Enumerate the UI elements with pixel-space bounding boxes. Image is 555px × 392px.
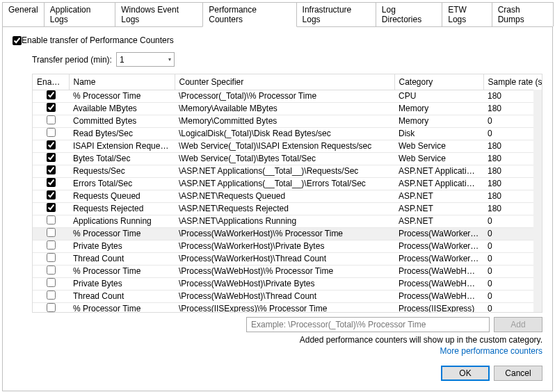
row-category: ASP.NET Applications	[394, 165, 483, 177]
column-header-category[interactable]: Category	[394, 74, 483, 90]
table-row[interactable]: Read Bytes/Sec\LogicalDisk(_Total)\Disk …	[33, 127, 542, 140]
row-enabled-checkbox[interactable]	[47, 115, 56, 124]
table-row[interactable]: ISAPI Extension Requests/...\Web Service…	[33, 140, 542, 152]
table-row[interactable]: % Processor Time\Processor(_Total)\% Pro…	[33, 90, 542, 102]
tab-infrastructure-logs[interactable]: Infrastructure Logs	[296, 2, 376, 26]
row-name: Requests/Sec	[69, 165, 175, 177]
row-spec: \Web Service(_Total)\ISAPI Extension Req…	[175, 140, 394, 152]
column-header-rate[interactable]: Sample rate (sec)	[483, 74, 542, 90]
table-row[interactable]: Requests Queued\ASP.NET\Requests QueuedA…	[33, 190, 542, 202]
table-row[interactable]: Errors Total/Sec\ASP.NET Applications(__…	[33, 177, 542, 190]
row-spec: \Memory\Committed Bytes	[175, 115, 394, 127]
table-row[interactable]: Requests/Sec\ASP.NET Applications(__Tota…	[33, 165, 542, 177]
row-spec: \ASP.NET Applications(__Total__)\Errors …	[175, 177, 394, 190]
row-name: % Processor Time	[69, 302, 175, 312]
counter-specifier-input[interactable]: Example: \Processor(_Total)\% Processor …	[246, 317, 490, 332]
table-row[interactable]: % Processor Time\Process(WaWebHost)\% Pr…	[33, 265, 542, 277]
row-name: % Processor Time	[69, 227, 175, 240]
row-spec: \Process(WaWorkerHost)\% Processor Time	[175, 227, 394, 240]
row-enabled-checkbox[interactable]	[47, 190, 56, 199]
row-name: Read Bytes/Sec	[69, 127, 175, 140]
row-name: Errors Total/Sec	[69, 177, 175, 190]
row-category: Process(WaWorkerHost)	[394, 240, 483, 252]
table-row[interactable]: Private Bytes\Process(WaWorkerHost)\Priv…	[33, 240, 542, 252]
row-name: Applications Running	[69, 215, 175, 227]
transfer-period-combo[interactable]: 1 ▾	[116, 52, 175, 67]
row-category: Process(WaWebHost)	[394, 290, 483, 302]
row-enabled-checkbox[interactable]	[47, 240, 56, 250]
row-name: Requests Queued	[69, 190, 175, 202]
row-category: Web Service	[394, 152, 483, 165]
table-row[interactable]: % Processor Time\Process(WaWorkerHost)\%…	[33, 227, 542, 240]
row-category: Process(WaWorkerHost)	[394, 227, 483, 240]
row-enabled-checkbox[interactable]	[47, 103, 56, 112]
row-enabled-checkbox[interactable]	[47, 153, 56, 162]
vertical-scrollbar[interactable]	[533, 90, 542, 312]
row-spec: \ASP.NET\Requests Rejected	[175, 202, 394, 215]
row-spec: \ASP.NET Applications(__Total__)\Request…	[175, 165, 394, 177]
row-enabled-checkbox[interactable]	[47, 90, 56, 99]
row-name: Thread Count	[69, 252, 175, 265]
row-name: Bytes Total/Sec	[69, 152, 175, 165]
table-row[interactable]: Thread Count\Process(WaWorkerHost)\Threa…	[33, 252, 542, 265]
row-enabled-checkbox[interactable]	[47, 203, 56, 212]
row-enabled-checkbox[interactable]	[47, 215, 56, 224]
tab-strip: GeneralApplication LogsWindows Event Log…	[2, 2, 553, 27]
transfer-period-label: Transfer period (min):	[32, 55, 112, 65]
row-category: Process(WaWorkerHost)	[394, 252, 483, 265]
column-header-enabled[interactable]: Enabled	[33, 74, 69, 90]
row-spec: \Process(WaWorkerHost)\Thread Count	[175, 252, 394, 265]
row-enabled-checkbox[interactable]	[47, 128, 56, 137]
table-row[interactable]: Committed Bytes\Memory\Committed BytesMe…	[33, 115, 542, 127]
row-spec: \ASP.NET\Requests Queued	[175, 190, 394, 202]
custom-category-hint: Added performance counters will show up …	[32, 335, 542, 345]
tab-application-logs[interactable]: Application Logs	[44, 2, 116, 26]
row-enabled-checkbox[interactable]	[47, 291, 56, 300]
row-category: ASP.NET	[394, 190, 483, 202]
row-category: ASP.NET Applications	[394, 177, 483, 190]
row-enabled-checkbox[interactable]	[47, 253, 56, 262]
row-name: Requests Rejected	[69, 202, 175, 215]
row-spec: \Process(WaWorkerHost)\Private Bytes	[175, 240, 394, 252]
row-name: ISAPI Extension Requests/...	[69, 140, 175, 152]
performance-counters-panel: Enable transfer of Performance Counters …	[2, 27, 553, 391]
tab-windows-event-logs[interactable]: Windows Event Logs	[115, 2, 203, 26]
row-category: Memory	[394, 102, 483, 115]
row-name: Private Bytes	[69, 240, 175, 252]
tab-general[interactable]: General	[2, 2, 45, 26]
tab-crash-dumps[interactable]: Crash Dumps	[492, 2, 554, 26]
table-row[interactable]: Thread Count\Process(WaWebHost)\Thread C…	[33, 290, 542, 302]
column-header-spec[interactable]: Counter Specifier	[175, 74, 394, 90]
row-enabled-checkbox[interactable]	[47, 165, 56, 174]
table-row[interactable]: % Processor Time\Process(IISExpress)\% P…	[33, 302, 542, 312]
table-row[interactable]: Bytes Total/Sec\Web Service(_Total)\Byte…	[33, 152, 542, 165]
row-name: % Processor Time	[69, 90, 175, 102]
tab-etw-logs[interactable]: ETW Logs	[442, 2, 492, 26]
tab-performance-counters[interactable]: Performance Counters	[202, 2, 296, 27]
table-row[interactable]: Requests Rejected\ASP.NET\Requests Rejec…	[33, 202, 542, 215]
row-enabled-checkbox[interactable]	[47, 303, 56, 312]
add-button[interactable]: Add	[494, 317, 542, 332]
enable-transfer-label: Enable transfer of Performance Counters	[22, 35, 174, 45]
ok-button[interactable]: OK	[441, 366, 490, 381]
column-header-name[interactable]: Name	[69, 74, 175, 90]
enable-transfer-checkbox[interactable]	[13, 36, 22, 45]
table-row[interactable]: Private Bytes\Process(WaWebHost)\Private…	[33, 277, 542, 290]
more-counters-link[interactable]: More performance counters	[32, 346, 542, 356]
table-row[interactable]: Available MBytes\Memory\Available MBytes…	[33, 102, 542, 115]
row-category: ASP.NET	[394, 215, 483, 227]
row-enabled-checkbox[interactable]	[47, 278, 56, 287]
row-enabled-checkbox[interactable]	[47, 228, 56, 237]
row-enabled-checkbox[interactable]	[47, 266, 56, 275]
row-category: Memory	[394, 115, 483, 127]
cancel-button[interactable]: Cancel	[494, 366, 542, 381]
row-spec: \LogicalDisk(_Total)\Disk Read Bytes/sec	[175, 127, 394, 140]
row-spec: \Web Service(_Total)\Bytes Total/Sec	[175, 152, 394, 165]
tab-log-directories[interactable]: Log Directories	[376, 2, 442, 26]
table-row[interactable]: Applications Running\ASP.NET\Application…	[33, 215, 542, 227]
counter-specifier-placeholder: Example: \Processor(_Total)\% Processor …	[251, 320, 426, 329]
row-name: Thread Count	[69, 290, 175, 302]
row-enabled-checkbox[interactable]	[47, 178, 56, 187]
row-enabled-checkbox[interactable]	[47, 140, 56, 149]
row-category: Web Service	[394, 140, 483, 152]
